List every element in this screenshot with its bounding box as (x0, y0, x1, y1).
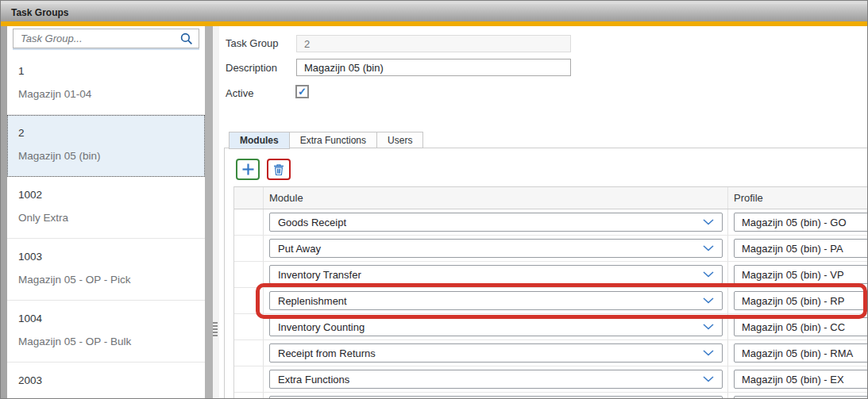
row-selector-cell[interactable] (234, 393, 264, 399)
task-group-search-input[interactable] (19, 32, 176, 45)
module-select-value: Receipt from Returns (278, 347, 376, 359)
grid-row: Goods Receipt M (234, 209, 868, 236)
tab-label: Users (388, 135, 412, 146)
profile-field[interactable]: Magazijn 05 (bin) - PA (734, 239, 868, 258)
task-group-desc: Magazijn 05 - OP - Pick (18, 274, 195, 286)
active-checkbox[interactable]: ✓ (295, 85, 309, 98)
module-column-header: Module (264, 187, 728, 209)
task-group-list-item[interactable]: 1004 Magazijn 05 - OP - Bulk (7, 301, 205, 363)
module-select[interactable]: Inventory Counting (269, 317, 723, 336)
task-group-id: 2003 (18, 374, 195, 386)
task-group-list-item[interactable]: 1002 Only Extra (7, 177, 205, 239)
plus-icon (241, 163, 255, 176)
search-icon[interactable] (180, 33, 193, 45)
row-selector-cell[interactable] (234, 314, 264, 340)
task-group-id: 1 (18, 65, 195, 77)
tab[interactable]: Users (377, 132, 423, 148)
module-cell: Inventory Counting (264, 314, 728, 340)
row-selector-cell[interactable] (234, 262, 264, 287)
module-select[interactable]: Receipt from Returns (269, 343, 723, 363)
checkmark-icon: ✓ (298, 86, 307, 97)
module-cell: Extra Functions (264, 366, 728, 392)
profile-field-value: Magazijn 05 (bin) - PA (742, 243, 843, 255)
row-selector-cell[interactable] (234, 236, 264, 261)
profile-field[interactable]: Magazijn 05 (bin) - GO (734, 213, 868, 232)
module-cell (264, 393, 728, 399)
module-cell: Replenishment (264, 288, 728, 313)
task-group-id: 1002 (18, 189, 195, 201)
profile-column-header: Profile (728, 187, 868, 209)
task-groups-window: Task Groups 1 Magazijn 01-04 (0, 0, 868, 399)
delete-row-button[interactable] (267, 159, 291, 180)
tab-label: Extra Functions (300, 135, 366, 146)
module-cell: Receipt from Returns (264, 340, 728, 366)
module-select[interactable]: Put Away (269, 239, 723, 258)
module-select-value: Replenishment (278, 295, 347, 307)
window-titlebar: Task Groups (1, 4, 867, 21)
splitter-grip[interactable] (213, 322, 218, 338)
task-group-desc: Magazijn 05 (bin) (18, 150, 195, 162)
profile-field[interactable]: Magazijn 05 (bin) - EX (734, 370, 868, 389)
task-group-list-item[interactable]: 1 Magazijn 01-04 (7, 53, 205, 115)
module-select[interactable]: Goods Receipt (269, 213, 723, 232)
module-select[interactable]: Extra Functions (269, 370, 723, 389)
module-select-value: Goods Receipt (278, 217, 346, 228)
grid-header-row: Module Profile (234, 186, 868, 209)
profile-field[interactable]: Magazijn 05 (bin) - RP (734, 291, 868, 310)
window-title: Task Groups (11, 7, 68, 18)
profile-cell: Magazijn 05 (bin) - RMA (728, 340, 868, 366)
task-group-list-item[interactable]: 1003 Magazijn 05 - OP - Pick (7, 239, 205, 301)
grid-row: Receipt from Returns (234, 340, 868, 366)
profile-cell (728, 393, 868, 399)
profile-cell: Magazijn 05 (bin) - RP (728, 288, 868, 313)
profile-cell: Magazijn 05 (bin) - VP (728, 262, 868, 287)
profile-field[interactable]: Magazijn 05 (bin) - CC (734, 317, 868, 336)
row-selector-cell[interactable] (234, 288, 264, 313)
grid-toolbar (236, 159, 291, 180)
task-group-id: 1003 (18, 251, 195, 263)
module-select-value: Inventory Transfer (278, 269, 361, 281)
grid-row: Put Away Magazi (234, 236, 868, 262)
task-group-label: Task Group (226, 37, 278, 49)
detail-panel: Task Group Description Active ✓ Modules … (219, 26, 867, 398)
tab[interactable]: Extra Functions (290, 132, 377, 148)
sidebar-splitter[interactable] (205, 26, 219, 398)
active-label: Active (226, 87, 253, 99)
module-select-value: Inventory Counting (278, 321, 365, 333)
module-select[interactable]: Inventory Transfer (269, 265, 723, 284)
grid-row (234, 393, 868, 399)
modules-grid: Module Profile Goods Receipt (233, 186, 868, 399)
task-group-field (296, 35, 571, 52)
profile-field-value: Magazijn 05 (bin) - GO (742, 217, 847, 228)
row-selector-cell[interactable] (234, 209, 264, 235)
profile-field[interactable]: Magazijn 05 (bin) - RMA (734, 343, 868, 363)
task-group-list-item[interactable]: 2 Magazijn 05 (bin) (7, 115, 205, 177)
window-frame-left (1, 26, 7, 398)
chevron-down-icon (703, 271, 714, 278)
tab[interactable]: Modules (229, 132, 290, 149)
module-select[interactable]: Replenishment (269, 291, 723, 310)
add-row-button[interactable] (236, 159, 260, 180)
trash-icon (272, 163, 285, 176)
task-group-desc: Magazijn 05 - OP - Bulk (18, 336, 195, 347)
chevron-down-icon (703, 324, 714, 330)
tab-label: Modules (240, 135, 279, 146)
profile-field[interactable] (734, 396, 868, 399)
profile-cell: Magazijn 05 (bin) - CC (728, 314, 868, 340)
module-cell: Goods Receipt (264, 209, 728, 235)
task-group-id: 2 (18, 127, 195, 139)
row-selector-cell[interactable] (234, 340, 264, 366)
task-group-sidebar: 1 Magazijn 01-04 2 Magazijn 05 (bin) 100… (7, 26, 205, 398)
module-select-value: Extra Functions (278, 374, 349, 386)
chevron-down-icon (703, 245, 714, 251)
splitter-strip (213, 26, 219, 398)
description-label: Description (226, 62, 277, 74)
module-cell: Inventory Transfer (264, 262, 728, 287)
row-selector-cell[interactable] (234, 366, 264, 392)
profile-field-value: Magazijn 05 (bin) - CC (742, 321, 845, 333)
modules-tab-panel: Module Profile Goods Receipt (224, 148, 868, 399)
description-field[interactable] (296, 59, 571, 76)
module-select[interactable] (269, 396, 723, 399)
task-group-list-item[interactable]: 2003 (7, 363, 205, 398)
profile-field[interactable]: Magazijn 05 (bin) - VP (734, 265, 868, 284)
